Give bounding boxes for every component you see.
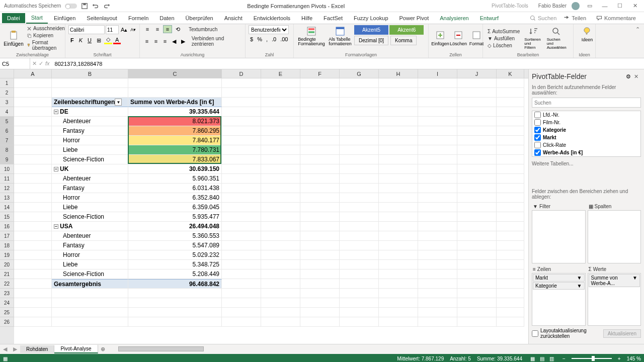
cell[interactable]: 7.840.177 — [128, 136, 222, 145]
cell[interactable] — [340, 193, 379, 203]
cell[interactable] — [14, 164, 52, 174]
cell[interactable] — [222, 174, 261, 184]
cell[interactable]: 6.031.438 — [128, 184, 222, 193]
clear-button[interactable]: ◇ Löschen — [486, 42, 521, 49]
cell[interactable] — [261, 193, 300, 203]
row-header-25[interactable]: 25 — [0, 308, 14, 317]
row-header-1[interactable]: 1 — [0, 78, 14, 88]
cut-button[interactable]: Ausschneiden — [25, 25, 66, 32]
tab-factset[interactable]: FactSet — [318, 13, 348, 23]
cell[interactable] — [128, 289, 222, 298]
zoom-level[interactable]: 145 % — [627, 356, 641, 361]
cell[interactable] — [497, 289, 524, 298]
style-azent6[interactable]: Akzent6 — [389, 25, 424, 35]
row-header-15[interactable]: 15 — [0, 212, 14, 222]
cell[interactable]: Science-Fiction — [52, 212, 128, 222]
tab-review[interactable]: Überprüfen — [181, 13, 218, 23]
field-checkbox[interactable] — [534, 119, 541, 126]
cell[interactable] — [457, 184, 497, 193]
cell[interactable] — [418, 260, 457, 269]
cell[interactable] — [418, 222, 457, 231]
cell[interactable] — [379, 317, 418, 327]
cell[interactable] — [222, 260, 261, 269]
cell[interactable]: Summe von Werbe-Ads [in €] — [128, 98, 222, 107]
redo-icon[interactable] — [103, 3, 110, 10]
row-header-17[interactable]: 17 — [0, 231, 14, 241]
tab-data[interactable]: Daten — [154, 13, 179, 23]
cell[interactable] — [340, 98, 379, 107]
row-header-9[interactable]: 9 — [0, 155, 14, 164]
cell[interactable] — [222, 212, 261, 222]
orientation-button[interactable]: ⟲ — [173, 25, 182, 33]
cell[interactable] — [300, 308, 340, 317]
cell[interactable] — [340, 78, 379, 88]
cell[interactable] — [379, 279, 418, 289]
cell[interactable] — [340, 145, 379, 155]
cell[interactable] — [14, 136, 52, 145]
cell[interactable] — [497, 317, 524, 327]
cell[interactable] — [457, 212, 497, 222]
cell[interactable] — [14, 289, 52, 298]
add-sheet-button[interactable]: ⊕ — [98, 346, 108, 352]
cell[interactable]: Liebe — [52, 260, 128, 269]
cell[interactable] — [14, 184, 52, 193]
cell[interactable] — [300, 241, 340, 250]
cell[interactable]: Liebe — [52, 203, 128, 212]
align-middle-button[interactable]: ≡ — [153, 25, 162, 33]
style-decimal[interactable]: Dezimal [0] — [354, 36, 388, 45]
indent-inc-button[interactable]: ▶ — [179, 37, 187, 45]
cell[interactable] — [14, 98, 52, 107]
cell[interactable] — [457, 250, 497, 260]
cell[interactable] — [14, 279, 52, 289]
cell[interactable] — [300, 260, 340, 269]
cell[interactable] — [379, 212, 418, 222]
cell[interactable]: Science-Fiction — [52, 155, 128, 164]
autosave-toggle[interactable] — [65, 4, 77, 9]
font-color-button[interactable]: A — [113, 37, 121, 44]
cell[interactable] — [300, 298, 340, 308]
field-checkbox[interactable] — [534, 112, 541, 118]
cell[interactable] — [457, 260, 497, 269]
cell[interactable] — [418, 193, 457, 203]
cell[interactable] — [14, 260, 52, 269]
cell[interactable] — [300, 222, 340, 231]
tab-fuzzy[interactable]: Fuzzy Lookup — [349, 13, 393, 23]
cell[interactable] — [418, 241, 457, 250]
cell[interactable] — [379, 117, 418, 126]
row-header-20[interactable]: 20 — [0, 260, 14, 269]
save-icon[interactable] — [81, 3, 88, 10]
comma-button[interactable]: , — [265, 36, 269, 42]
field-item[interactable]: Click-Rate — [532, 141, 640, 149]
cell[interactable] — [340, 88, 379, 98]
cell[interactable] — [340, 317, 379, 327]
cell[interactable] — [340, 241, 379, 250]
cell[interactable] — [379, 298, 418, 308]
cell[interactable] — [379, 164, 418, 174]
pivot-search-input[interactable] — [532, 98, 641, 108]
row-header-5[interactable]: 5 — [0, 117, 14, 126]
cell[interactable] — [340, 250, 379, 260]
cell[interactable] — [418, 298, 457, 308]
area-columns[interactable] — [588, 210, 641, 263]
cell[interactable] — [457, 193, 497, 203]
cell[interactable] — [497, 174, 524, 184]
tab-file[interactable]: Datei — [2, 13, 25, 23]
row-header-4[interactable]: 4 — [0, 107, 14, 117]
cell[interactable] — [222, 241, 261, 250]
cell[interactable] — [497, 241, 524, 250]
cell[interactable] — [340, 212, 379, 222]
cell[interactable] — [52, 298, 128, 308]
cell[interactable] — [222, 117, 261, 126]
maximize-button[interactable]: ☐ — [615, 1, 625, 11]
formula-input[interactable]: 8021373,18288478 — [52, 61, 644, 67]
cell[interactable] — [300, 164, 340, 174]
cell[interactable]: 5.348.725 — [128, 260, 222, 269]
cell[interactable] — [14, 269, 52, 279]
cell[interactable] — [379, 222, 418, 231]
tab-nav-next[interactable]: ▶ — [10, 346, 20, 352]
col-header-F[interactable]: F — [300, 69, 340, 78]
cell[interactable] — [128, 78, 222, 88]
cell[interactable]: −DE — [52, 107, 128, 117]
col-header-I[interactable]: I — [418, 69, 457, 78]
row-header-21[interactable]: 21 — [0, 269, 14, 279]
